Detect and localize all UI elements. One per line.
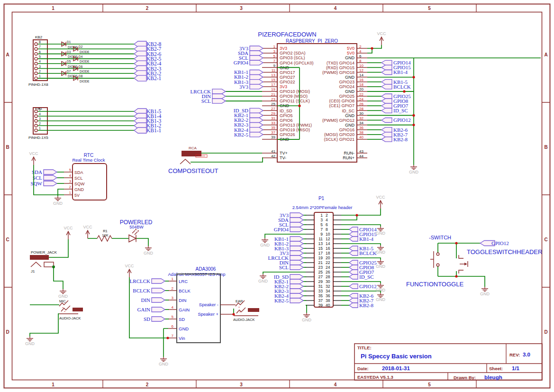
net-flag[interactable] xyxy=(134,128,146,133)
p1-right-flag-32[interactable]: GPIO12 xyxy=(341,283,377,289)
net-flag[interactable] xyxy=(134,75,146,81)
net-flag[interactable]: SCL xyxy=(33,175,64,181)
pin-name: (PWM0) GPIO12 xyxy=(322,118,354,123)
net-flag[interactable]: ID_SC xyxy=(367,108,408,113)
pushbutton[interactable] xyxy=(430,251,439,268)
pin-name: GPIO24 xyxy=(339,84,354,89)
net-flag[interactable]: KB2-8 xyxy=(341,302,373,308)
kb1-connector[interactable]: KB1 PINHD-1X5 5 KB1-5 4 KB1-4 xyxy=(28,106,162,140)
net-flag[interactable]: GPIO4 xyxy=(274,227,306,232)
pin-number: 33 xyxy=(318,289,323,293)
net-flag[interactable]: KB1-3 xyxy=(234,79,263,85)
pin-number: 25 xyxy=(271,102,275,106)
pi-pin-left[interactable]: 11 GPIO17 xyxy=(262,68,295,75)
diode-value: DIODE xyxy=(80,80,90,83)
pin-number: 3 xyxy=(39,65,41,68)
amp-pin[interactable]: 3 DIN xyxy=(168,296,187,303)
net-flag[interactable]: BCLCK xyxy=(341,250,377,256)
p1-row[interactable]: 13 14 xyxy=(306,241,341,246)
pi-left-flag-17[interactable]: 3V3 xyxy=(239,84,263,90)
kb1-row[interactable]: 1 KB1-1 xyxy=(35,127,162,133)
p1-row[interactable]: 33 34 xyxy=(306,289,341,293)
amp-pin[interactable]: 1 LRC xyxy=(168,277,188,284)
net-flag[interactable]: KB2-5 xyxy=(234,132,263,137)
net-flag[interactable]: SQW xyxy=(31,181,64,186)
net-flag[interactable]: GPIO4 xyxy=(234,60,263,65)
diode-value: DIODE xyxy=(80,50,90,54)
amp-pin[interactable]: 2 BCLK xyxy=(168,286,191,293)
pi-pin-right[interactable]: 43 RUN- xyxy=(344,149,368,156)
amp-pin[interactable]: 6 GND xyxy=(168,324,189,331)
p1-row[interactable]: 17 18 xyxy=(306,251,341,255)
net-flag[interactable]: LRCLCK xyxy=(191,89,262,94)
p1-right-flags-d: KB2-6 KB2-7 KB2-8 xyxy=(341,293,373,308)
net-flag-label: GAIN xyxy=(137,307,151,312)
p1-header[interactable]: P1 2.54mm 2*20PFemale header 1 2 3 4 5 6 xyxy=(258,195,386,322)
diode-ref: D5 xyxy=(67,60,71,63)
pi-bottom-right-pins: 43 RUN- 44 RUN+ xyxy=(343,149,367,161)
net-flag[interactable]: KB2-8 xyxy=(367,137,408,142)
net-flag[interactable]: BCLCK xyxy=(133,288,169,293)
pin-name: GND xyxy=(345,55,355,60)
net-flag[interactable]: KB1-4 xyxy=(367,69,408,75)
net-flag[interactable]: BCLCK xyxy=(367,84,411,90)
net-flag[interactable]: GAIN xyxy=(137,307,169,312)
ear-jack[interactable]: EAR AUDIO-JACK xyxy=(232,299,259,322)
pin-number: 32 xyxy=(359,116,363,120)
net-flag[interactable]: ID_SC xyxy=(341,274,374,280)
p1-row[interactable]: 31 32 xyxy=(306,284,341,289)
p1-row[interactable]: 3 4 xyxy=(306,218,341,222)
net-flag-label: KB2-8 xyxy=(393,137,408,142)
net-flag[interactable]: SD xyxy=(144,316,169,322)
rca-jack[interactable]: RCA COMPOSITEOUT xyxy=(168,146,263,174)
pin-name: GND xyxy=(345,123,355,128)
date-value: 2018-01-31 xyxy=(382,365,410,371)
p1-left-flags-c: LRCLCK DIN SCL xyxy=(268,255,306,270)
p1-row[interactable]: 35 36 xyxy=(306,293,341,298)
p1-row[interactable]: 27 28 xyxy=(306,274,341,279)
rtc-pin[interactable]: 5 SDA xyxy=(64,168,83,175)
pin-name: GND xyxy=(345,75,355,80)
net-flag[interactable]: DIN xyxy=(141,297,169,303)
gnd-label: GND xyxy=(376,231,386,236)
p1-row[interactable]: 25 26 xyxy=(306,270,341,274)
p1-row[interactable]: 5 6 xyxy=(306,222,341,227)
kb2-connector[interactable]: KB2 PINHD-1X8 8 KB2-8 7 KB2-7 xyxy=(28,35,162,87)
amp-section[interactable]: ADA3006 Adafruit MAX98357 I2S Amp 1 LRC … xyxy=(125,264,259,366)
net-flag[interactable]: SCL xyxy=(201,98,262,104)
sheet-col-label: 3 xyxy=(240,6,243,11)
p1-row[interactable]: 15 16 xyxy=(306,246,341,251)
kb2-row[interactable]: 1 KB2-1 xyxy=(35,74,162,81)
mic-jack-section[interactable]: MIC AUDIO-JACK GND xyxy=(25,299,83,346)
net-flag[interactable]: KB1-4 xyxy=(341,236,373,242)
p1-left-flags-b: KB1-1 KB1-2 KB1-3 xyxy=(274,236,306,251)
net-flag[interactable]: LRCLCK xyxy=(130,278,169,284)
net-flag-label: DIN xyxy=(141,297,150,303)
pi-right-flag-32[interactable]: GPIO12 xyxy=(367,117,411,123)
pin-name: GPIO6 xyxy=(280,118,293,123)
toggle-header-symbol[interactable] xyxy=(459,255,468,273)
p1-row[interactable]: 23 24 xyxy=(306,265,341,270)
net-flag[interactable]: SCL xyxy=(279,264,306,270)
pi-left-pins: 1 3V3 3 GPIO2 (SDA) 5 GPIO3 (SCL) 7 GPIO… xyxy=(262,45,314,142)
diode-ref: D8 xyxy=(79,74,83,78)
net-flag[interactable]: KB2-5 xyxy=(274,298,306,303)
toggle-switch-section[interactable]: -SWITCH GPIO12 TOGGLESWITCHHEADER FUNCTI… xyxy=(406,235,542,296)
rtc-block[interactable]: RTC Real Time Clock 5 SDA 4 SCL 3 SQW 2 … xyxy=(29,151,107,206)
p1-row[interactable]: 19 20 xyxy=(306,255,341,260)
sheet-col-labels-bottom: 12345 xyxy=(52,382,431,387)
p1-row[interactable]: 1 2 xyxy=(306,213,341,218)
pi-part: RASPBERRY_PI_ZERO xyxy=(286,38,338,44)
p1-row[interactable]: 21 22 xyxy=(306,260,341,265)
p1-row[interactable]: 11 12 xyxy=(306,237,341,241)
p1-row[interactable]: 37 38 xyxy=(306,298,341,303)
sheet-col-label: 1 xyxy=(52,6,54,11)
schematic-canvas[interactable]: 12345 12345 ABCD ABCD TITLE: Pi Speccy B… xyxy=(0,0,554,392)
p1-row[interactable]: 9 10 xyxy=(306,232,341,237)
power-jack-section[interactable]: POWER_JACK J1 VCC GND xyxy=(30,226,73,299)
net-flag[interactable]: SDA xyxy=(32,169,64,175)
pin-number: 2 xyxy=(39,70,41,73)
amp-pin[interactable]: 4 GAIN xyxy=(168,305,190,312)
p1-row[interactable]: 7 8 xyxy=(306,227,341,232)
p1-row[interactable]: 29 30 xyxy=(306,279,341,284)
